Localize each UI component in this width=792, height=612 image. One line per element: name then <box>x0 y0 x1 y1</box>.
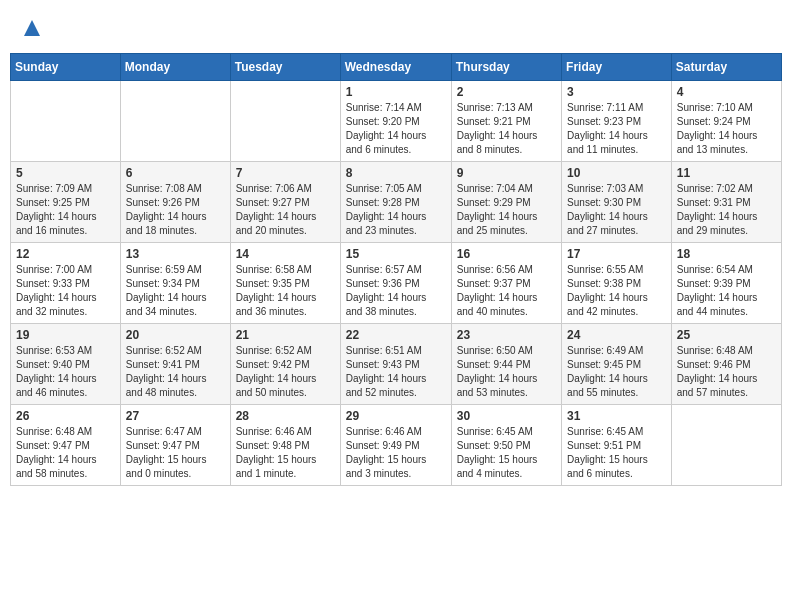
calendar-cell: 29Sunrise: 6:46 AM Sunset: 9:49 PM Dayli… <box>340 405 451 486</box>
day-info: Sunrise: 7:02 AM Sunset: 9:31 PM Dayligh… <box>677 182 776 238</box>
day-info: Sunrise: 6:46 AM Sunset: 9:49 PM Dayligh… <box>346 425 446 481</box>
calendar-cell: 18Sunrise: 6:54 AM Sunset: 9:39 PM Dayli… <box>671 243 781 324</box>
weekday-header-thursday: Thursday <box>451 54 561 81</box>
calendar-cell: 10Sunrise: 7:03 AM Sunset: 9:30 PM Dayli… <box>562 162 672 243</box>
day-number: 20 <box>126 328 225 342</box>
day-info: Sunrise: 6:50 AM Sunset: 9:44 PM Dayligh… <box>457 344 556 400</box>
day-number: 16 <box>457 247 556 261</box>
logo-icon <box>22 18 42 38</box>
calendar-cell: 21Sunrise: 6:52 AM Sunset: 9:42 PM Dayli… <box>230 324 340 405</box>
day-number: 27 <box>126 409 225 423</box>
calendar-week-row: 26Sunrise: 6:48 AM Sunset: 9:47 PM Dayli… <box>11 405 782 486</box>
calendar-cell: 9Sunrise: 7:04 AM Sunset: 9:29 PM Daylig… <box>451 162 561 243</box>
day-info: Sunrise: 6:58 AM Sunset: 9:35 PM Dayligh… <box>236 263 335 319</box>
calendar-cell: 8Sunrise: 7:05 AM Sunset: 9:28 PM Daylig… <box>340 162 451 243</box>
day-number: 9 <box>457 166 556 180</box>
calendar-cell: 17Sunrise: 6:55 AM Sunset: 9:38 PM Dayli… <box>562 243 672 324</box>
day-number: 1 <box>346 85 446 99</box>
day-info: Sunrise: 7:06 AM Sunset: 9:27 PM Dayligh… <box>236 182 335 238</box>
day-number: 26 <box>16 409 115 423</box>
weekday-header-monday: Monday <box>120 54 230 81</box>
logo <box>20 18 42 43</box>
day-info: Sunrise: 7:00 AM Sunset: 9:33 PM Dayligh… <box>16 263 115 319</box>
day-number: 31 <box>567 409 666 423</box>
weekday-header-saturday: Saturday <box>671 54 781 81</box>
calendar-cell <box>11 81 121 162</box>
svg-marker-0 <box>24 20 40 36</box>
day-number: 22 <box>346 328 446 342</box>
day-number: 6 <box>126 166 225 180</box>
day-number: 23 <box>457 328 556 342</box>
day-number: 28 <box>236 409 335 423</box>
day-info: Sunrise: 6:56 AM Sunset: 9:37 PM Dayligh… <box>457 263 556 319</box>
calendar-cell: 30Sunrise: 6:45 AM Sunset: 9:50 PM Dayli… <box>451 405 561 486</box>
calendar-cell <box>230 81 340 162</box>
day-info: Sunrise: 6:52 AM Sunset: 9:42 PM Dayligh… <box>236 344 335 400</box>
day-number: 13 <box>126 247 225 261</box>
weekday-header-row: SundayMondayTuesdayWednesdayThursdayFrid… <box>11 54 782 81</box>
day-info: Sunrise: 6:48 AM Sunset: 9:47 PM Dayligh… <box>16 425 115 481</box>
calendar-cell: 28Sunrise: 6:46 AM Sunset: 9:48 PM Dayli… <box>230 405 340 486</box>
calendar-cell: 7Sunrise: 7:06 AM Sunset: 9:27 PM Daylig… <box>230 162 340 243</box>
calendar-cell: 22Sunrise: 6:51 AM Sunset: 9:43 PM Dayli… <box>340 324 451 405</box>
day-info: Sunrise: 7:05 AM Sunset: 9:28 PM Dayligh… <box>346 182 446 238</box>
day-number: 29 <box>346 409 446 423</box>
day-number: 30 <box>457 409 556 423</box>
day-info: Sunrise: 7:14 AM Sunset: 9:20 PM Dayligh… <box>346 101 446 157</box>
day-number: 25 <box>677 328 776 342</box>
calendar-cell: 19Sunrise: 6:53 AM Sunset: 9:40 PM Dayli… <box>11 324 121 405</box>
day-info: Sunrise: 6:55 AM Sunset: 9:38 PM Dayligh… <box>567 263 666 319</box>
calendar-cell: 25Sunrise: 6:48 AM Sunset: 9:46 PM Dayli… <box>671 324 781 405</box>
day-info: Sunrise: 6:45 AM Sunset: 9:50 PM Dayligh… <box>457 425 556 481</box>
day-info: Sunrise: 6:51 AM Sunset: 9:43 PM Dayligh… <box>346 344 446 400</box>
calendar-cell: 3Sunrise: 7:11 AM Sunset: 9:23 PM Daylig… <box>562 81 672 162</box>
day-info: Sunrise: 7:10 AM Sunset: 9:24 PM Dayligh… <box>677 101 776 157</box>
day-info: Sunrise: 7:13 AM Sunset: 9:21 PM Dayligh… <box>457 101 556 157</box>
weekday-header-friday: Friday <box>562 54 672 81</box>
day-info: Sunrise: 6:53 AM Sunset: 9:40 PM Dayligh… <box>16 344 115 400</box>
day-number: 10 <box>567 166 666 180</box>
calendar-cell: 20Sunrise: 6:52 AM Sunset: 9:41 PM Dayli… <box>120 324 230 405</box>
day-number: 2 <box>457 85 556 99</box>
calendar-cell: 5Sunrise: 7:09 AM Sunset: 9:25 PM Daylig… <box>11 162 121 243</box>
day-info: Sunrise: 7:09 AM Sunset: 9:25 PM Dayligh… <box>16 182 115 238</box>
calendar-cell: 26Sunrise: 6:48 AM Sunset: 9:47 PM Dayli… <box>11 405 121 486</box>
calendar-cell: 27Sunrise: 6:47 AM Sunset: 9:47 PM Dayli… <box>120 405 230 486</box>
calendar-cell: 2Sunrise: 7:13 AM Sunset: 9:21 PM Daylig… <box>451 81 561 162</box>
day-number: 7 <box>236 166 335 180</box>
day-number: 19 <box>16 328 115 342</box>
day-number: 4 <box>677 85 776 99</box>
day-info: Sunrise: 6:59 AM Sunset: 9:34 PM Dayligh… <box>126 263 225 319</box>
calendar-cell: 11Sunrise: 7:02 AM Sunset: 9:31 PM Dayli… <box>671 162 781 243</box>
weekday-header-tuesday: Tuesday <box>230 54 340 81</box>
day-info: Sunrise: 6:54 AM Sunset: 9:39 PM Dayligh… <box>677 263 776 319</box>
day-number: 24 <box>567 328 666 342</box>
day-info: Sunrise: 7:11 AM Sunset: 9:23 PM Dayligh… <box>567 101 666 157</box>
calendar-cell: 4Sunrise: 7:10 AM Sunset: 9:24 PM Daylig… <box>671 81 781 162</box>
calendar-cell <box>671 405 781 486</box>
day-number: 11 <box>677 166 776 180</box>
calendar-week-row: 19Sunrise: 6:53 AM Sunset: 9:40 PM Dayli… <box>11 324 782 405</box>
day-number: 3 <box>567 85 666 99</box>
calendar-week-row: 5Sunrise: 7:09 AM Sunset: 9:25 PM Daylig… <box>11 162 782 243</box>
calendar-cell: 15Sunrise: 6:57 AM Sunset: 9:36 PM Dayli… <box>340 243 451 324</box>
day-number: 8 <box>346 166 446 180</box>
day-info: Sunrise: 6:47 AM Sunset: 9:47 PM Dayligh… <box>126 425 225 481</box>
day-info: Sunrise: 7:04 AM Sunset: 9:29 PM Dayligh… <box>457 182 556 238</box>
day-info: Sunrise: 6:52 AM Sunset: 9:41 PM Dayligh… <box>126 344 225 400</box>
calendar-week-row: 12Sunrise: 7:00 AM Sunset: 9:33 PM Dayli… <box>11 243 782 324</box>
calendar-cell: 6Sunrise: 7:08 AM Sunset: 9:26 PM Daylig… <box>120 162 230 243</box>
calendar-cell: 1Sunrise: 7:14 AM Sunset: 9:20 PM Daylig… <box>340 81 451 162</box>
calendar-cell: 13Sunrise: 6:59 AM Sunset: 9:34 PM Dayli… <box>120 243 230 324</box>
day-info: Sunrise: 6:57 AM Sunset: 9:36 PM Dayligh… <box>346 263 446 319</box>
day-info: Sunrise: 6:46 AM Sunset: 9:48 PM Dayligh… <box>236 425 335 481</box>
calendar-table: SundayMondayTuesdayWednesdayThursdayFrid… <box>10 53 782 486</box>
day-number: 12 <box>16 247 115 261</box>
day-number: 21 <box>236 328 335 342</box>
header <box>10 10 782 47</box>
calendar-cell: 23Sunrise: 6:50 AM Sunset: 9:44 PM Dayli… <box>451 324 561 405</box>
day-info: Sunrise: 7:08 AM Sunset: 9:26 PM Dayligh… <box>126 182 225 238</box>
day-number: 5 <box>16 166 115 180</box>
weekday-header-wednesday: Wednesday <box>340 54 451 81</box>
calendar-cell: 24Sunrise: 6:49 AM Sunset: 9:45 PM Dayli… <box>562 324 672 405</box>
